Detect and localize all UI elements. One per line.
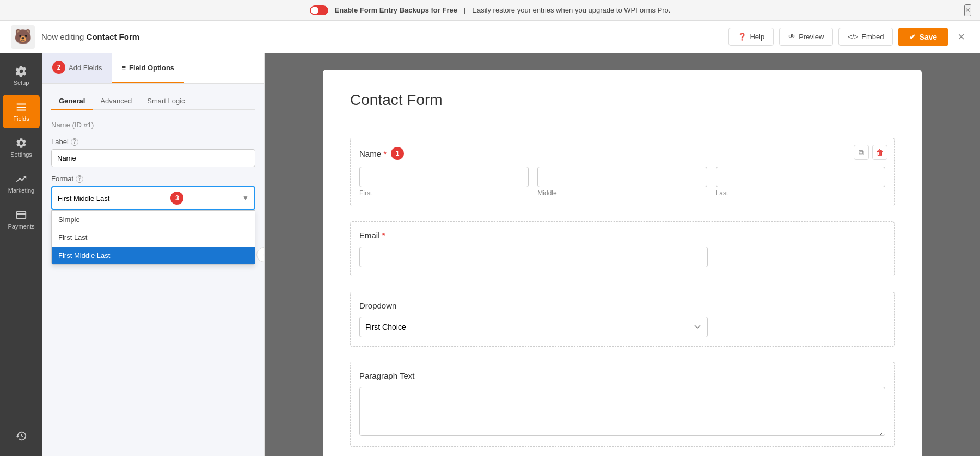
copy-icon[interactable]: ⧉: [854, 145, 869, 160]
format-field-label: Format ?: [51, 175, 255, 183]
format-dropdown-menu: Simple First Last First Middle Last: [51, 210, 255, 265]
banner-close-button[interactable]: ×: [964, 4, 971, 16]
form-title: Contact Form: [350, 91, 895, 109]
paragraph-label-row: Paragraph Text: [359, 371, 885, 380]
last-name-label: Last: [716, 189, 885, 197]
sidebar-item-payments[interactable]: Payments: [3, 202, 40, 236]
sidebar-item-marketing-label: Marketing: [8, 187, 34, 194]
paragraph-field-label: Paragraph Text: [359, 371, 414, 380]
format-option-first-middle-last[interactable]: First Middle Last: [52, 247, 255, 264]
help-button[interactable]: ❓ Help: [728, 28, 774, 46]
name-field-label: Name *: [359, 149, 387, 158]
paragraph-textarea[interactable]: [359, 387, 885, 436]
embed-button[interactable]: </> Embed: [838, 28, 893, 46]
embed-icon: </>: [848, 33, 858, 41]
field-options-tab[interactable]: ≡ Field Options: [112, 53, 184, 83]
header-left: 🐻 Now editing Contact Form: [11, 25, 139, 49]
panel-content: General Advanced Smart Logic Name (ID #1…: [42, 84, 264, 456]
name-required-star: *: [383, 149, 387, 158]
sidebar: Setup Fields Settings Marketing Payments: [0, 53, 42, 456]
name-action-icons: ⧉ 🗑: [854, 145, 887, 160]
header-bar: 🐻 Now editing Contact Form ❓ Help 👁 Prev…: [0, 21, 980, 53]
add-fields-badge: 2: [52, 61, 65, 74]
add-fields-label: Add Fields: [69, 64, 102, 72]
delete-icon[interactable]: 🗑: [872, 145, 887, 160]
first-name-input[interactable]: [359, 167, 529, 187]
form-preview-area: Contact Form Name * 1 ⧉ 🗑: [265, 53, 980, 456]
header-right: ❓ Help 👁 Preview </> Embed ✔ Save ×: [728, 28, 969, 46]
sidebar-item-settings[interactable]: Settings: [3, 131, 40, 164]
banner-toggle[interactable]: [310, 5, 328, 15]
sidebar-item-fields[interactable]: Fields: [3, 95, 40, 128]
field-panel: 2 Add Fields ≡ Field Options General Adv…: [42, 53, 265, 456]
help-icon: ❓: [738, 33, 746, 41]
editing-label: Now editing Contact Form: [41, 32, 139, 41]
sidebar-item-setup[interactable]: Setup: [3, 59, 40, 93]
middle-name-input[interactable]: [537, 167, 707, 187]
sidebar-item-settings-label: Settings: [10, 151, 32, 158]
format-dropdown-trigger[interactable]: First Middle Last 3 ▼: [51, 186, 255, 210]
first-name-group: First: [359, 167, 529, 197]
name-field-badge: 1: [391, 147, 404, 160]
field-section-title: Name (ID #1): [51, 120, 255, 129]
name-field-section[interactable]: Name * 1 ⧉ 🗑 First Middle: [350, 138, 895, 206]
format-badge: 3: [170, 192, 183, 205]
last-name-input[interactable]: [716, 167, 885, 187]
top-banner: Enable Form Entry Backups for Free | Eas…: [0, 0, 980, 21]
sidebar-item-setup-label: Setup: [14, 79, 29, 86]
field-options-icon: ≡: [121, 64, 126, 72]
middle-name-label: Middle: [537, 189, 707, 197]
save-button[interactable]: ✔ Save: [898, 28, 948, 46]
tab-advanced[interactable]: Advanced: [93, 93, 139, 110]
banner-separator: |: [464, 6, 465, 14]
field-sub-tabs: General Advanced Smart Logic: [51, 93, 255, 110]
email-label-row: Email *: [359, 231, 885, 240]
email-field-label: Email *: [359, 231, 385, 240]
save-checkmark-icon: ✔: [909, 33, 916, 41]
dropdown-label-row: Dropdown: [359, 301, 885, 310]
format-option-simple[interactable]: Simple: [52, 211, 255, 229]
banner-main-text: Enable Form Entry Backups for Free: [335, 6, 457, 14]
format-option-first-last[interactable]: First Last: [52, 229, 255, 247]
close-button[interactable]: ×: [953, 28, 969, 46]
dropdown-field-label: Dropdown: [359, 301, 396, 310]
main-layout: Setup Fields Settings Marketing Payments…: [0, 53, 980, 456]
middle-name-group: Middle: [537, 167, 707, 197]
tab-smart-logic[interactable]: Smart Logic: [139, 93, 192, 110]
format-selected-label: First Middle Last: [58, 194, 109, 202]
sidebar-item-history[interactable]: [3, 423, 40, 451]
first-name-label: First: [359, 189, 529, 197]
tab-general[interactable]: General: [51, 93, 93, 110]
dropdown-field-section[interactable]: Dropdown First Choice Second Choice Thir…: [350, 292, 895, 347]
add-fields-tab[interactable]: 2 Add Fields: [42, 53, 112, 83]
format-section: First Middle Last 3 ▼ Simple First Last …: [51, 186, 255, 210]
logo-bear: 🐻: [11, 25, 35, 49]
format-help-icon[interactable]: ?: [76, 175, 83, 183]
format-dropdown-arrow: ▼: [242, 194, 249, 202]
banner-sub-text: Easily restore your entries when you upg…: [472, 6, 670, 14]
form-divider: [350, 122, 895, 122]
label-input[interactable]: [51, 149, 255, 167]
label-help-icon[interactable]: ?: [71, 138, 78, 146]
panel-tabs: 2 Add Fields ≡ Field Options: [42, 53, 264, 84]
last-name-group: Last: [716, 167, 885, 197]
dropdown-select[interactable]: First Choice Second Choice Third Choice: [359, 317, 708, 337]
email-required-star: *: [382, 231, 385, 240]
sidebar-item-marketing[interactable]: Marketing: [3, 167, 40, 200]
label-field-label: Label ?: [51, 138, 255, 146]
email-field-section[interactable]: Email *: [350, 221, 895, 276]
form-card: Contact Form Name * 1 ⧉ 🗑: [323, 70, 922, 456]
sidebar-item-payments-label: Payments: [8, 223, 35, 230]
preview-icon: 👁: [788, 33, 795, 41]
name-fields-row: First Middle Last: [359, 167, 885, 197]
preview-button[interactable]: 👁 Preview: [779, 28, 833, 46]
name-label-row: Name * 1: [359, 147, 885, 160]
paragraph-field-section[interactable]: Paragraph Text: [350, 362, 895, 447]
field-options-label: Field Options: [129, 64, 174, 72]
email-input[interactable]: [359, 247, 708, 267]
form-name-label: Contact Form: [87, 32, 140, 41]
sidebar-item-fields-label: Fields: [13, 115, 29, 122]
